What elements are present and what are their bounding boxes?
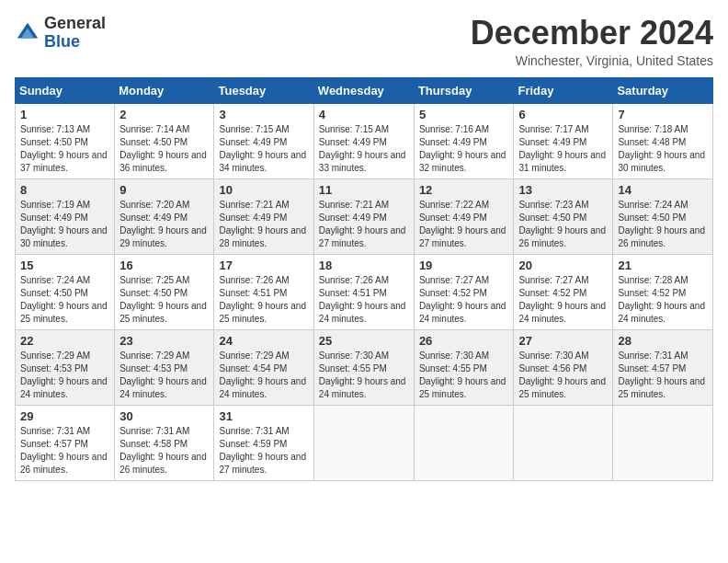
day-number: 9 [119, 183, 209, 197]
logo: General Blue [15, 15, 106, 52]
calendar-day-cell: 8Sunrise: 7:19 AMSunset: 4:49 PMDaylight… [16, 178, 115, 254]
calendar-day-cell: 7Sunrise: 7:18 AMSunset: 4:48 PMDaylight… [613, 103, 713, 178]
day-number: 6 [518, 108, 608, 121]
location-text: Winchester, Virginia, United States [471, 53, 713, 68]
calendar-header-row: SundayMondayTuesdayWednesdayThursdayFrid… [16, 77, 713, 103]
logo-text: General Blue [44, 15, 106, 52]
day-info: Sunrise: 7:27 AMSunset: 4:52 PMDaylight:… [518, 274, 608, 326]
calendar-day-cell: 3Sunrise: 7:15 AMSunset: 4:49 PMDaylight… [214, 103, 313, 178]
day-info: Sunrise: 7:24 AMSunset: 4:50 PMDaylight:… [618, 199, 708, 250]
day-number: 24 [219, 334, 308, 348]
calendar-day-cell: 5Sunrise: 7:16 AMSunset: 4:49 PMDaylight… [414, 103, 514, 178]
day-number: 21 [618, 259, 708, 272]
day-info: Sunrise: 7:23 AMSunset: 4:50 PMDaylight:… [518, 199, 608, 250]
calendar-day-cell [313, 405, 414, 480]
day-number: 23 [119, 334, 209, 348]
logo-icon [15, 20, 40, 46]
calendar-week-row: 1Sunrise: 7:13 AMSunset: 4:50 PMDaylight… [16, 103, 713, 178]
day-number: 4 [319, 108, 409, 121]
calendar-day-cell: 20Sunrise: 7:27 AMSunset: 4:52 PMDayligh… [514, 254, 613, 329]
calendar-day-cell [514, 405, 613, 480]
day-info: Sunrise: 7:16 AMSunset: 4:49 PMDaylight:… [419, 123, 509, 175]
day-info: Sunrise: 7:17 AMSunset: 4:49 PMDaylight:… [518, 123, 608, 175]
calendar-day-cell: 14Sunrise: 7:24 AMSunset: 4:50 PMDayligh… [613, 178, 713, 254]
day-info: Sunrise: 7:30 AMSunset: 4:56 PMDaylight:… [518, 350, 608, 401]
calendar-day-cell: 21Sunrise: 7:28 AMSunset: 4:52 PMDayligh… [613, 254, 713, 329]
calendar-day-cell: 22Sunrise: 7:29 AMSunset: 4:53 PMDayligh… [16, 329, 115, 405]
day-number: 20 [518, 259, 608, 272]
calendar-day-cell: 10Sunrise: 7:21 AMSunset: 4:49 PMDayligh… [214, 178, 313, 254]
day-info: Sunrise: 7:31 AMSunset: 4:57 PMDaylight:… [618, 350, 708, 401]
calendar-day-cell: 26Sunrise: 7:30 AMSunset: 4:55 PMDayligh… [414, 329, 514, 405]
calendar-day-cell: 31Sunrise: 7:31 AMSunset: 4:59 PMDayligh… [214, 405, 313, 480]
day-number: 12 [419, 183, 509, 197]
calendar-day-cell: 23Sunrise: 7:29 AMSunset: 4:53 PMDayligh… [115, 329, 214, 405]
day-info: Sunrise: 7:24 AMSunset: 4:50 PMDaylight:… [20, 274, 109, 326]
day-number: 8 [20, 183, 109, 197]
day-info: Sunrise: 7:26 AMSunset: 4:51 PMDaylight:… [319, 274, 409, 326]
day-info: Sunrise: 7:22 AMSunset: 4:49 PMDaylight:… [419, 199, 509, 250]
logo-blue-text: Blue [44, 32, 80, 51]
day-info: Sunrise: 7:29 AMSunset: 4:53 PMDaylight:… [20, 350, 109, 401]
day-number: 13 [518, 183, 608, 197]
day-number: 5 [419, 108, 509, 121]
day-number: 15 [20, 259, 109, 272]
calendar-week-row: 8Sunrise: 7:19 AMSunset: 4:49 PMDaylight… [16, 178, 713, 254]
title-block: December 2024 Winchester, Virginia, Unit… [471, 15, 713, 68]
day-info: Sunrise: 7:13 AMSunset: 4:50 PMDaylight:… [20, 123, 109, 175]
day-number: 29 [20, 409, 109, 423]
day-info: Sunrise: 7:27 AMSunset: 4:52 PMDaylight:… [419, 274, 509, 326]
day-info: Sunrise: 7:20 AMSunset: 4:49 PMDaylight:… [119, 199, 209, 250]
calendar-week-row: 22Sunrise: 7:29 AMSunset: 4:53 PMDayligh… [16, 329, 713, 405]
day-info: Sunrise: 7:19 AMSunset: 4:49 PMDaylight:… [20, 199, 109, 250]
day-number: 17 [219, 259, 308, 272]
calendar-day-cell: 29Sunrise: 7:31 AMSunset: 4:57 PMDayligh… [16, 405, 115, 480]
day-number: 10 [219, 183, 308, 197]
day-info: Sunrise: 7:21 AMSunset: 4:49 PMDaylight:… [319, 199, 409, 250]
weekday-header: Friday [514, 77, 613, 103]
calendar-day-cell: 16Sunrise: 7:25 AMSunset: 4:50 PMDayligh… [115, 254, 214, 329]
day-number: 16 [119, 259, 209, 272]
weekday-header: Wednesday [313, 77, 414, 103]
day-number: 18 [319, 259, 409, 272]
day-info: Sunrise: 7:14 AMSunset: 4:50 PMDaylight:… [119, 123, 209, 175]
day-number: 30 [119, 409, 209, 423]
day-number: 19 [419, 259, 509, 272]
page-header: General Blue December 2024 Winchester, V… [15, 15, 713, 68]
calendar-day-cell: 9Sunrise: 7:20 AMSunset: 4:49 PMDaylight… [115, 178, 214, 254]
calendar-day-cell: 6Sunrise: 7:17 AMSunset: 4:49 PMDaylight… [514, 103, 613, 178]
logo-general-text: General [44, 14, 106, 32]
calendar-day-cell: 13Sunrise: 7:23 AMSunset: 4:50 PMDayligh… [514, 178, 613, 254]
calendar-day-cell: 1Sunrise: 7:13 AMSunset: 4:50 PMDaylight… [16, 103, 115, 178]
day-info: Sunrise: 7:25 AMSunset: 4:50 PMDaylight:… [119, 274, 209, 326]
calendar-day-cell: 18Sunrise: 7:26 AMSunset: 4:51 PMDayligh… [313, 254, 414, 329]
calendar-day-cell [613, 405, 713, 480]
calendar-day-cell: 28Sunrise: 7:31 AMSunset: 4:57 PMDayligh… [613, 329, 713, 405]
day-number: 27 [518, 334, 608, 348]
day-number: 25 [319, 334, 409, 348]
day-info: Sunrise: 7:31 AMSunset: 4:58 PMDaylight:… [119, 425, 209, 477]
day-number: 2 [119, 108, 209, 121]
weekday-header: Thursday [414, 77, 514, 103]
day-number: 14 [618, 183, 708, 197]
day-info: Sunrise: 7:30 AMSunset: 4:55 PMDaylight:… [319, 350, 409, 401]
weekday-header: Monday [115, 77, 214, 103]
calendar-week-row: 15Sunrise: 7:24 AMSunset: 4:50 PMDayligh… [16, 254, 713, 329]
day-number: 1 [20, 108, 109, 121]
calendar-day-cell: 19Sunrise: 7:27 AMSunset: 4:52 PMDayligh… [414, 254, 514, 329]
day-info: Sunrise: 7:15 AMSunset: 4:49 PMDaylight:… [219, 123, 308, 175]
day-number: 7 [618, 108, 708, 121]
calendar-table: SundayMondayTuesdayWednesdayThursdayFrid… [15, 77, 713, 481]
calendar-day-cell: 27Sunrise: 7:30 AMSunset: 4:56 PMDayligh… [514, 329, 613, 405]
calendar-week-row: 29Sunrise: 7:31 AMSunset: 4:57 PMDayligh… [16, 405, 713, 480]
day-info: Sunrise: 7:21 AMSunset: 4:49 PMDaylight:… [219, 199, 308, 250]
calendar-day-cell: 11Sunrise: 7:21 AMSunset: 4:49 PMDayligh… [313, 178, 414, 254]
weekday-header: Saturday [613, 77, 713, 103]
calendar-day-cell: 30Sunrise: 7:31 AMSunset: 4:58 PMDayligh… [115, 405, 214, 480]
day-info: Sunrise: 7:31 AMSunset: 4:59 PMDaylight:… [219, 425, 308, 477]
day-info: Sunrise: 7:30 AMSunset: 4:55 PMDaylight:… [419, 350, 509, 401]
calendar-day-cell: 17Sunrise: 7:26 AMSunset: 4:51 PMDayligh… [214, 254, 313, 329]
day-info: Sunrise: 7:15 AMSunset: 4:49 PMDaylight:… [319, 123, 409, 175]
calendar-day-cell: 4Sunrise: 7:15 AMSunset: 4:49 PMDaylight… [313, 103, 414, 178]
day-number: 26 [419, 334, 509, 348]
